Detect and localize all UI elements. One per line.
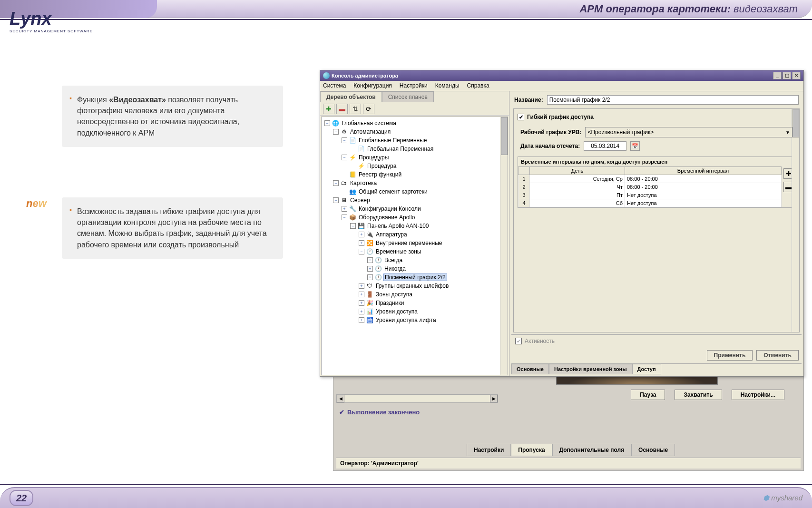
name-input[interactable]	[547, 95, 799, 105]
tree-toggle-icon[interactable]: +	[359, 232, 364, 237]
panel-scrollbar[interactable]	[792, 109, 799, 332]
tree-item-label: Временные зоны	[375, 248, 422, 255]
menu-help[interactable]: Справка	[467, 82, 489, 89]
cancel-button[interactable]: Отменить	[756, 350, 799, 361]
scrollbar-thumb[interactable]	[501, 117, 508, 155]
capture-button[interactable]: Захватить	[675, 390, 722, 400]
scroll-right-icon[interactable]: ▶	[490, 395, 498, 402]
tree-node[interactable]: +🛗Уровни доступа лифта	[323, 316, 507, 324]
tab-settings[interactable]: Настройки	[467, 444, 511, 456]
add-button[interactable]: ✚	[323, 104, 334, 114]
close-button[interactable]: ✕	[792, 72, 801, 79]
table-row[interactable]: 4СбНет доступа	[519, 199, 782, 207]
col-day[interactable]: День	[530, 167, 625, 175]
tree-toggle-icon[interactable]: −	[333, 129, 339, 135]
tree-node[interactable]: −📄Глобальные Переменные	[323, 136, 507, 145]
tree-toggle-icon[interactable]: −	[342, 215, 347, 220]
calendar-icon[interactable]: 📅	[630, 141, 640, 151]
tree-toggle-icon[interactable]: +	[359, 292, 364, 297]
tree-node[interactable]: +🔌Аппаратура	[323, 230, 507, 239]
tab-main[interactable]: Основные	[511, 364, 549, 374]
activity-checkbox[interactable]: ✔	[515, 338, 522, 344]
tab-plans-list[interactable]: Список планов	[382, 91, 434, 102]
tree-scrollbar[interactable]	[500, 117, 508, 375]
tree-node[interactable]: +🛡Группы охранных шлейфов	[323, 282, 507, 290]
scroll-left-icon[interactable]: ◀	[337, 395, 344, 402]
tree-toggle-icon[interactable]: −	[342, 137, 347, 143]
table-row[interactable]: 3ПтНет доступа	[519, 191, 782, 199]
tree-node[interactable]: −🖥Сервер	[323, 196, 507, 205]
tree-item-icon: 🔌	[366, 231, 373, 238]
tab-timezone[interactable]: Настройки временной зоны	[549, 364, 632, 374]
tree-node[interactable]: +🕐Никогда	[323, 264, 507, 273]
tree-node[interactable]: +🕐Всегда	[323, 256, 507, 264]
flex-schedule-checkbox[interactable]: ✔	[518, 114, 524, 120]
tree-toggle-icon[interactable]: +	[359, 283, 364, 289]
tree-toggle-icon[interactable]: −	[324, 120, 330, 126]
tab-object-tree[interactable]: Дерево объектов	[320, 91, 382, 102]
tab-access[interactable]: Доступ	[632, 364, 661, 374]
menu-commands[interactable]: Команды	[435, 82, 460, 89]
tree-toggle-icon[interactable]: +	[359, 300, 364, 306]
tree-toggle-icon[interactable]: +	[367, 274, 373, 280]
tree-node[interactable]: −🌐Глобальная система	[323, 119, 507, 127]
tree-toggle-icon[interactable]: +	[359, 240, 364, 246]
apply-button[interactable]: Применить	[707, 350, 753, 361]
tab-extra-fields[interactable]: Дополнительные поля	[552, 444, 632, 456]
tree-node[interactable]: −🕐Временные зоны	[323, 247, 507, 256]
tree-toggle-icon[interactable]: −	[350, 223, 356, 229]
tree-toggle-icon[interactable]: +	[367, 266, 373, 272]
tab-main[interactable]: Основные	[631, 444, 675, 456]
tree-node[interactable]: −📦Оборудование Apollo	[323, 213, 507, 222]
title-bar[interactable]: Консоль администратора _ ▢ ✕	[320, 70, 803, 81]
tree-node[interactable]: −🗂Картотека	[323, 179, 507, 187]
tree-node[interactable]: −💾Панель Apollo AAN-100	[323, 222, 507, 230]
refresh-button[interactable]: ⟳	[363, 104, 374, 114]
settings-button[interactable]: Настройки...	[732, 390, 784, 400]
tab-passes[interactable]: Пропуска	[511, 444, 552, 456]
tree-toggle-icon[interactable]: −	[342, 155, 347, 160]
tree-node[interactable]: 👥Общий сегмент картотеки	[323, 187, 507, 196]
date-input[interactable]	[584, 141, 626, 151]
object-tree[interactable]: −🌐Глобальная система−⚙Автоматизация−📄Гло…	[321, 117, 508, 375]
activity-label: Активность	[525, 338, 555, 344]
tree-toggle-icon[interactable]: +	[342, 206, 347, 212]
tree-toolbar: ✚ ▬ ⇅ ⟳	[320, 102, 509, 116]
table-row[interactable]: 2Чт08:00 - 20:00	[519, 183, 782, 191]
urv-dropdown[interactable]: <Произвольный график>	[585, 127, 792, 137]
tree-toggle-icon[interactable]: −	[333, 180, 339, 186]
horizontal-scrollbar[interactable]: ◀ ▶	[336, 394, 498, 403]
tree-toggle-icon[interactable]: +	[367, 257, 373, 263]
tree-toggle-icon[interactable]: +	[359, 309, 364, 314]
minimize-button[interactable]: _	[773, 72, 782, 79]
tree-item-icon: 🖥	[340, 196, 348, 204]
tree-node[interactable]: +🎉Праздники	[323, 299, 507, 307]
tree-toggle-icon[interactable]: +	[359, 317, 364, 323]
tree-node[interactable]: +🔧Конфигурации Консоли	[323, 205, 507, 213]
tree-node[interactable]: +🚪Зоны доступа	[323, 290, 507, 299]
tree-node[interactable]: +📊Уровни доступа	[323, 307, 507, 316]
tree-toggle-icon[interactable]: −	[333, 197, 339, 203]
tree-node[interactable]: 📒Реестр функций	[323, 170, 507, 179]
tree-item-label: Общий сегмент картотеки	[358, 188, 429, 195]
sort-button[interactable]: ⇅	[350, 104, 361, 114]
tree-node[interactable]: +🔀Внутренние переменные	[323, 239, 507, 247]
menu-settings[interactable]: Настройки	[400, 82, 428, 89]
tree-node[interactable]: 📄Глобальная Переменная	[323, 145, 507, 153]
tree-node[interactable]: ⚡Процедура	[323, 162, 507, 170]
tree-item-label: Глобальная Переменная	[366, 146, 434, 152]
table-row[interactable]: 1Сегодня, Ср08:00 - 20:00	[519, 175, 782, 183]
capture-window: ◀ ▶ ✔Выполнение закончено Пауза Захватит…	[333, 371, 804, 471]
tree-node[interactable]: +🕐Посменный график 2/2	[323, 273, 507, 282]
col-interval[interactable]: Временной интервал	[625, 167, 782, 175]
tree-node[interactable]: −⚡Процедуры	[323, 153, 507, 162]
remove-button[interactable]: ▬	[336, 104, 348, 114]
tree-toggle-icon[interactable]: −	[359, 249, 364, 254]
menu-config[interactable]: Конфигурация	[353, 82, 392, 89]
scrollbar-thumb[interactable]	[792, 109, 799, 137]
menu-system[interactable]: Система	[323, 82, 346, 89]
date-label: Дата начала отсчета:	[520, 143, 580, 149]
tree-node[interactable]: −⚙Автоматизация	[323, 127, 507, 136]
pause-button[interactable]: Пауза	[631, 390, 665, 400]
maximize-button[interactable]: ▢	[783, 72, 791, 79]
